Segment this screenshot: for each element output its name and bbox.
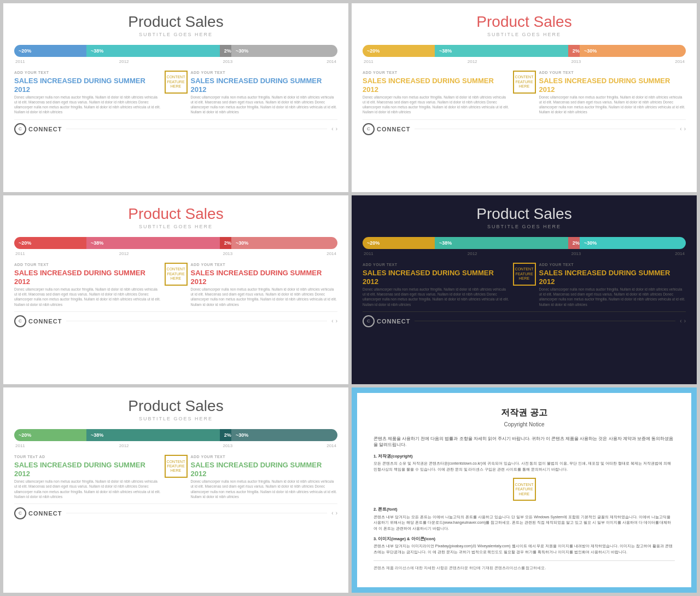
copyright-footer-text: 콘텐츠 제품 라이선스에 대한 자세한 사항은 콘텐츠타운 하단에 기재된 콘텐… (374, 560, 675, 571)
slide-4-years: 2011201220132014 (363, 251, 686, 256)
footer-line-5 (66, 513, 327, 513)
footer-line-1 (66, 129, 327, 129)
slide-1-footer: C CONNECT ‹ › (14, 119, 337, 135)
slide-4-body-1: Donec ullamcorper nulla non metus auctor… (363, 287, 510, 306)
slide-1-col-left: ADD YOUR TEXT SALES INCREASED DURING SUM… (14, 71, 161, 115)
next-arrow-2[interactable]: › (684, 126, 686, 132)
connect-circle-3: C (14, 315, 26, 327)
slide-3-col-left: ADD TOUR TEXT SALES INCREASED DURING SUM… (14, 263, 161, 307)
s3-bar-2: ~38% (86, 237, 220, 249)
slide-2-content: ADD YOUR TEXT SALES INCREASED DURING SUM… (363, 71, 686, 115)
next-arrow-4[interactable]: › (684, 318, 686, 324)
slide-1-title: Product Sales (14, 13, 337, 31)
slide-3-logo: CONTENTFEATUREHERE (165, 263, 188, 286)
slide-3-years: 2011201220132014 (14, 251, 337, 256)
s4-bar-2: ~38% (435, 237, 568, 249)
slide-5-footer: C CONNECT ‹ › (14, 504, 337, 519)
copyright-subtitle: Copyright Notice (374, 420, 675, 429)
slide-1-body-1: Donec ullamcorper nulla non metus auctor… (14, 95, 161, 114)
nav-arrows-4[interactable]: ‹ › (680, 318, 686, 324)
s2-bar-3: 2% (568, 45, 580, 57)
nav-arrows-2[interactable]: ‹ › (680, 126, 686, 132)
slide-2-connect: C CONNECT (363, 123, 410, 135)
slide-1-years: 2011201220132014 (14, 59, 337, 64)
copyright-s2-body: 콘텐츠 내부 당겨지는 모든 폰트는 이에버 나눔고딕의 폰트를 사용하고 있습… (374, 514, 675, 532)
copyright-title: 저작권 공고 (374, 406, 675, 419)
s2-bar-2: ~38% (435, 45, 568, 57)
footer-line-2 (415, 129, 675, 129)
slide-2-footer: C CONNECT ‹ › (363, 119, 686, 135)
copyright-logo-center: CONTENTFEATUREHERE (374, 478, 675, 501)
slide-4-col-left: ADD YOUR TEXT SALES INCREASED DURING SUM… (363, 263, 510, 307)
prev-arrow-3[interactable]: ‹ (331, 318, 333, 324)
connect-label-2: CONNECT (377, 126, 410, 132)
s3-bar-3: 2% (220, 237, 231, 249)
slide-5-logo: CONTENTFEATUREHERE (165, 455, 188, 478)
slide-2-logo-box: CONTENTFEATUREHERE (513, 71, 536, 94)
slide-4-col-right: ADD YOUR TEXT SALES INCREASED DURING SUM… (539, 263, 686, 307)
slide-4-add-text-1: ADD YOUR TEXT (363, 263, 510, 267)
prev-arrow-5[interactable]: ‹ (331, 510, 333, 516)
copyright-s2-title: 2. 폰트(font) (374, 506, 675, 512)
slide-1-add-text-2: ADD YOUR TEXT (191, 71, 338, 74)
slide-2-add-text-2: ADD YOUR TEXT (539, 71, 686, 74)
slide-1-heading-1: SALES INCREASED DURING SUMMER 2012 (14, 77, 161, 94)
slide-3: Product Sales SUBTITLE GOES HERE ~20% ~3… (3, 195, 348, 384)
footer-line-3 (66, 321, 327, 321)
slide-1-logo-box: CONTENTFEATUREHERE (165, 71, 188, 94)
slide-3-title: Product Sales (14, 205, 337, 223)
next-arrow-3[interactable]: › (336, 318, 337, 324)
slide-3-progress-bar: ~20% ~38% 2% ~30% (14, 237, 337, 249)
prev-arrow-1[interactable]: ‹ (331, 126, 333, 132)
slide-5-years: 2011201220132014 (14, 443, 337, 448)
slide-3-add-text-1: ADD TOUR TEXT (14, 263, 161, 267)
slide-1: Product Sales SUBTITLE GOES HERE ~20% ~3… (3, 3, 348, 192)
bar-seg-2: ~38% (86, 45, 220, 57)
slide-5-connect: C CONNECT (14, 507, 62, 519)
slide-3-content: ADD TOUR TEXT SALES INCREASED DURING SUM… (14, 263, 337, 307)
nav-arrows-5[interactable]: ‹ › (331, 510, 337, 516)
s4-bar-1: ~20% (363, 237, 435, 249)
s5-bar-4: ~30% (231, 429, 337, 441)
slide-4-heading-2: SALES INCREASED DURING SUMMER 2012 (539, 269, 686, 286)
slide-1-col-right: ADD YOUR TEXT SALES INCREASED DURING SUM… (191, 71, 338, 115)
slide-2-col-left: ADD YOUR TEXT SALES INCREASED DURING SUM… (363, 71, 510, 115)
slide-1-logo: CONTENTFEATUREHERE (165, 71, 188, 94)
next-arrow-1[interactable]: › (336, 126, 337, 132)
slide-3-col-right: ADD YOUR TEXT SALES INCREASED DURING SUM… (191, 263, 338, 307)
connect-circle-5: C (14, 507, 26, 519)
slide-2-title: Product Sales (363, 13, 686, 31)
s3-bar-1: ~20% (14, 237, 86, 249)
connect-label-1: CONNECT (28, 126, 62, 132)
s4-bar-3: 2% (568, 237, 580, 249)
slide-1-connect: C CONNECT (14, 123, 62, 135)
copyright-logo-box: CONTENTFEATUREHERE (513, 478, 536, 501)
slide-2-years: 2011201220132014 (363, 59, 686, 64)
slide-3-connect: C CONNECT (14, 315, 62, 327)
s3-bar-4: ~30% (231, 237, 337, 249)
slide-3-heading-2: SALES INCREASED DURING SUMMER 2012 (191, 269, 338, 286)
slide-2-logo: CONTENTFEATUREHERE (513, 71, 536, 94)
nav-arrows-3[interactable]: ‹ › (331, 318, 337, 324)
slide-3-subtitle: SUBTITLE GOES HERE (14, 224, 337, 229)
slide-2-progress-bar: ~20% ~38% 2% ~30% (363, 45, 686, 57)
slide-4-logo-box: CONTENTFEATUREHERE (513, 263, 536, 286)
slide-5-body-1: Donec ullamcorper nulla non metus auctor… (14, 479, 161, 499)
next-arrow-5[interactable]: › (336, 510, 337, 516)
slide-2-col-right: ADD YOUR TEXT SALES INCREASED DURING SUM… (539, 71, 686, 115)
s5-bar-1: ~20% (14, 429, 86, 441)
slide-2-add-text-1: ADD YOUR TEXT (363, 71, 510, 74)
slide-5: Product Sales SUBTITLE GOES HERE ~20% ~3… (3, 387, 348, 593)
copyright-s3-body: 콘텐츠 내부 당겨지는 이미지라이언 Pixabay(pixabay.com)와… (374, 543, 675, 555)
slide-4-connect: C CONNECT (363, 315, 410, 327)
prev-arrow-4[interactable]: ‹ (680, 318, 681, 324)
slide-5-title: Product Sales (14, 397, 337, 415)
copyright-intro: 콘텐츠 제품을 사용하기 전에 다음의 법률과 조항을 자세히 읽어 주시기 바… (374, 436, 675, 448)
connect-circle-1: C (14, 123, 26, 135)
slide-3-heading-1: SALES INCREASED DURING SUMMER 2012 (14, 269, 161, 286)
slide-1-body-2: Donec ullamcorper nulla non metus auctor… (191, 95, 338, 114)
slide-4-logo: CONTENTFEATUREHERE (513, 263, 536, 286)
slide-4: Product Sales SUBTITLE GOES HERE ~20% ~3… (352, 195, 697, 384)
prev-arrow-2[interactable]: ‹ (680, 126, 681, 132)
nav-arrows-1[interactable]: ‹ › (331, 126, 337, 132)
